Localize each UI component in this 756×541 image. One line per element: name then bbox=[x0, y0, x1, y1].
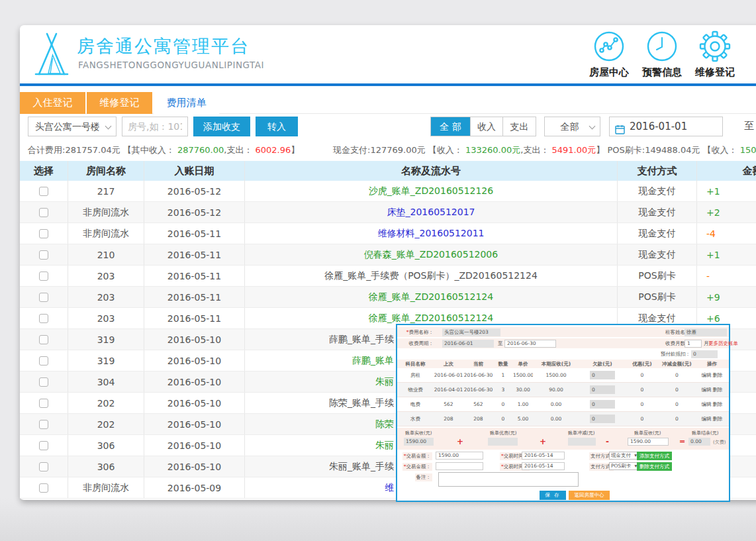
row-checkbox[interactable] bbox=[39, 377, 48, 387]
nav-repair-register[interactable]: 维修登记 bbox=[688, 30, 741, 79]
type-all-button[interactable]: 全 部 bbox=[431, 117, 471, 136]
row-checkbox[interactable] bbox=[39, 208, 48, 217]
period-label: 收费周期： bbox=[409, 340, 434, 347]
pay-time-input[interactable]: 2016-05-14 bbox=[522, 462, 565, 470]
payment-method-select-value: 全部 bbox=[561, 121, 579, 132]
save-button[interactable]: 保 存 bbox=[540, 491, 566, 500]
tab-expense-list[interactable]: 费用清单 bbox=[154, 92, 219, 114]
pay-amount-input[interactable]: 1590.00 bbox=[436, 452, 483, 460]
bill-link[interactable]: 徐雁_账单_ZD20160512124 bbox=[369, 313, 493, 324]
row-checkbox[interactable] bbox=[39, 187, 48, 196]
table-row: 非房间流水 2016-05-12 床垫_20160512017 现金支付 +2 bbox=[20, 202, 756, 223]
bill-link[interactable]: 沙虎_账单_ZD20160512126 bbox=[369, 185, 493, 197]
tenant-input[interactable]: 徐雁 bbox=[685, 328, 727, 336]
delete-link[interactable]: 删除 bbox=[713, 401, 723, 407]
payment-method-select[interactable]: 全部 bbox=[544, 117, 600, 136]
transfer-in-button[interactable]: 转入 bbox=[256, 117, 298, 136]
pay-method-select[interactable]: 现金支付 bbox=[609, 452, 638, 460]
delete-link[interactable]: 删除 bbox=[713, 387, 723, 393]
row-checkbox[interactable] bbox=[39, 441, 48, 450]
type-expense-button[interactable]: 支出 bbox=[503, 117, 536, 136]
bill-link[interactable]: 维修材料_20160512011 bbox=[378, 228, 485, 240]
months-input[interactable]: 1 bbox=[685, 340, 702, 348]
due-input[interactable]: 1590.00 bbox=[628, 438, 669, 446]
pay-amount-input[interactable] bbox=[436, 462, 483, 470]
delete-payment-button[interactable]: 删除支付方式 bbox=[637, 462, 672, 471]
add-payment-button[interactable]: 添加支付方式 bbox=[637, 452, 672, 460]
equals-operator: = bbox=[679, 437, 685, 446]
balance-input[interactable]: 0.00 bbox=[688, 438, 710, 446]
received-input[interactable]: 1590.00 bbox=[404, 438, 434, 446]
add-income-expense-button[interactable]: 添加收支 bbox=[193, 117, 250, 136]
bill-link[interactable]: 朱丽 bbox=[375, 376, 394, 388]
bill-link[interactable]: 床垫_20160512017 bbox=[387, 207, 475, 219]
edit-link[interactable]: 编辑 bbox=[702, 401, 712, 407]
period-start-input[interactable]: 2016-06-01 bbox=[442, 340, 494, 348]
date-cell: 2016-05-10 bbox=[144, 456, 245, 477]
room-cell: 210 bbox=[68, 244, 144, 265]
room-number-input[interactable] bbox=[122, 117, 188, 136]
date-cell: 2016-05-09 bbox=[144, 477, 245, 498]
fee-name-input[interactable]: 头宫公寓一号楼203 bbox=[442, 328, 500, 336]
row-checkbox[interactable] bbox=[39, 335, 48, 344]
row-checkbox[interactable] bbox=[39, 293, 48, 302]
bill-link[interactable]: 维 bbox=[385, 482, 394, 494]
debt-input[interactable]: 0 bbox=[590, 371, 615, 379]
row-checkbox[interactable] bbox=[39, 399, 48, 408]
pay-time-input[interactable]: 2016-05-14 bbox=[522, 452, 565, 460]
fee-row: 电费562 5620 1.000.00 0 00 编辑删除 bbox=[397, 397, 729, 412]
row-checkbox[interactable] bbox=[39, 462, 48, 471]
bill-link[interactable]: 朱丽 bbox=[375, 440, 394, 452]
start-date-input[interactable]: 2016-01-01 bbox=[609, 117, 723, 136]
room-cell: 非房间流水 bbox=[68, 202, 144, 222]
summary-bar: 合计费用:281757.04元 【其中收入： 287760.00,支出： 600… bbox=[20, 139, 756, 161]
summary-cash-pos: 现金支付:127769.00元 【收入： 133260.00元,支出： 5491… bbox=[333, 139, 756, 161]
type-income-button[interactable]: 收入 bbox=[471, 117, 503, 136]
room-cell: 203 bbox=[68, 266, 144, 286]
back-to-house-center-button[interactable]: 返回房屋中心 bbox=[569, 491, 610, 500]
edit-link[interactable]: 编辑 bbox=[702, 372, 712, 378]
period-end-input[interactable]: 2016-06-30 bbox=[504, 340, 556, 348]
bill-link[interactable]: 徐雁_账单_ZD20160512124 bbox=[369, 291, 493, 303]
row-checkbox[interactable] bbox=[39, 356, 48, 366]
room-cell: 203 bbox=[68, 287, 144, 307]
row-checkbox[interactable] bbox=[39, 420, 48, 429]
summary-total: 合计费用:281757.04元 【其中收入： 287760.00,支出： 600… bbox=[28, 139, 299, 161]
room-cell: 319 bbox=[68, 350, 144, 371]
row-checkbox[interactable] bbox=[39, 483, 48, 493]
debt-input[interactable]: 0 bbox=[590, 415, 615, 423]
building-select[interactable]: 头宫公寓一号楼 bbox=[28, 117, 117, 136]
balance-note: (欠费) bbox=[713, 439, 726, 446]
row-checkbox[interactable] bbox=[39, 250, 48, 260]
delete-link[interactable]: 删除 bbox=[713, 416, 723, 422]
bill-text: 陈荣_账单_手续 bbox=[329, 397, 394, 409]
tab-repair-register[interactable]: 维修登记 bbox=[87, 92, 152, 114]
note-textarea[interactable] bbox=[438, 472, 579, 487]
row-checkbox[interactable] bbox=[39, 271, 48, 281]
discount-input[interactable] bbox=[488, 438, 518, 446]
bill-link[interactable]: 薛鹏_账单 bbox=[352, 355, 394, 367]
pay-method-select[interactable]: POS刷卡 bbox=[609, 462, 638, 470]
delete-link[interactable]: 删除 bbox=[713, 372, 723, 378]
edit-link[interactable]: 编辑 bbox=[702, 416, 712, 422]
bill-link[interactable]: 倪春森_账单_ZD20160512006 bbox=[364, 249, 498, 261]
date-cell: 2016-05-11 bbox=[144, 266, 245, 286]
nav-warning-info[interactable]: 预警信息 bbox=[636, 30, 688, 79]
page: 房舍通公寓管理平台 FANGSHETONGGONGYUGUANLIPINGTAI… bbox=[0, 0, 756, 541]
row-checkbox[interactable] bbox=[39, 314, 48, 323]
offset-input[interactable] bbox=[568, 438, 596, 446]
plus-operator: + bbox=[540, 437, 546, 446]
row-checkbox[interactable] bbox=[39, 229, 48, 238]
more-history-link[interactable]: 更多历史账单 bbox=[708, 340, 738, 347]
prepay-input[interactable]: 0 bbox=[691, 350, 718, 358]
bill-link[interactable]: 陈荣 bbox=[375, 418, 394, 430]
tab-checkin-register[interactable]: 入住登记 bbox=[20, 92, 85, 114]
edit-link[interactable]: 编辑 bbox=[702, 387, 712, 393]
nav-house-center[interactable]: 房屋中心 bbox=[583, 30, 636, 79]
amount-cell: +2 bbox=[697, 202, 756, 222]
fee-name-row: *费用名称： 头宫公寓一号楼203 租客姓名： 徐雁 bbox=[397, 327, 729, 337]
table-row: 217 2016-05-12 沙虎_账单_ZD20160512126 现金支付 … bbox=[20, 181, 756, 202]
fee-row: 物业费2016-04-01 2016-06-303 30.0090.00 0 0… bbox=[397, 383, 729, 397]
debt-input[interactable]: 0 bbox=[590, 385, 615, 394]
debt-input[interactable]: 0 bbox=[590, 400, 615, 409]
